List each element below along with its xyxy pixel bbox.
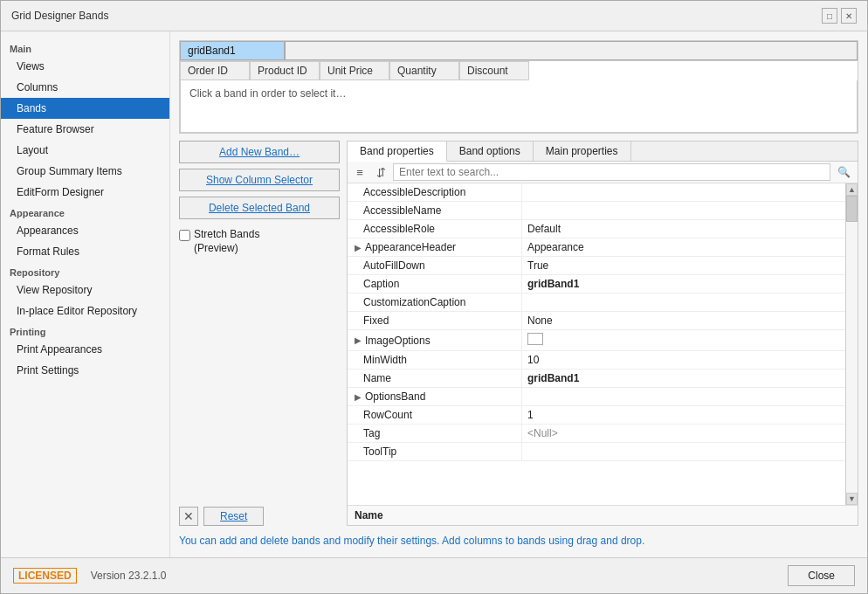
sidebar-item-print-settings[interactable]: Print Settings bbox=[1, 360, 169, 381]
prop-row[interactable]: ToolTip bbox=[348, 443, 845, 461]
scroll-down-button[interactable]: ▼ bbox=[846, 493, 858, 505]
scroll-thumb[interactable] bbox=[846, 196, 858, 222]
sidebar-section-repository: Repository bbox=[1, 262, 169, 280]
scroll-up-button[interactable]: ▲ bbox=[846, 183, 858, 196]
license-badge: LICENSED bbox=[13, 568, 77, 584]
stretch-bands-label: Stretch Bands(Preview) bbox=[194, 228, 259, 255]
prop-scrollbar: ▲ ▼ bbox=[845, 183, 858, 505]
expand-arrow-icon[interactable]: ▶ bbox=[355, 243, 362, 252]
prop-value-cell bbox=[522, 330, 845, 350]
prop-value-cell bbox=[522, 294, 845, 311]
expand-arrow-icon[interactable]: ▶ bbox=[355, 335, 362, 345]
title-bar: Grid Designer Bands □ ✕ bbox=[1, 1, 867, 31]
prop-footer: Name bbox=[348, 505, 858, 525]
maximize-button[interactable]: □ bbox=[822, 8, 837, 24]
reset-button[interactable]: Reset bbox=[203, 507, 264, 526]
sidebar-item-editform-designer[interactable]: EditForm Designer bbox=[1, 182, 169, 203]
sidebar: MainViewsColumnsBandsFeature BrowserLayo… bbox=[1, 31, 170, 557]
prop-name-text: AccessibleName bbox=[363, 204, 441, 217]
version-text: Version 23.2.1.0 bbox=[91, 570, 167, 582]
prop-value-cell bbox=[522, 183, 845, 201]
prop-toolbar: ≡ ⇵ 🔍 bbox=[348, 162, 858, 183]
main-content: MainViewsColumnsBandsFeature BrowserLayo… bbox=[1, 31, 867, 557]
prop-row[interactable]: NamegridBand1 bbox=[348, 370, 845, 388]
reset-x-button[interactable]: ✕ bbox=[179, 507, 198, 526]
prop-row[interactable]: AccessibleRoleDefault bbox=[348, 220, 845, 238]
sidebar-item-print-appearances[interactable]: Print Appearances bbox=[1, 339, 169, 360]
sidebar-item-inplace-editor-repository[interactable]: In-place Editor Repository bbox=[1, 300, 169, 321]
grid-header-cell: Discount bbox=[459, 61, 529, 80]
prop-row[interactable]: Tag<Null> bbox=[348, 425, 845, 443]
sidebar-item-view-repository[interactable]: View Repository bbox=[1, 280, 169, 300]
sidebar-section-appearance: Appearance bbox=[1, 203, 169, 220]
prop-row[interactable]: AutoFillDownTrue bbox=[348, 257, 845, 275]
lower-area: Add New Band… Show Column Selector Delet… bbox=[179, 141, 858, 526]
prop-row[interactable]: AccessibleDescription bbox=[348, 183, 845, 202]
prop-row[interactable]: ▶AppearanceHeaderAppearance bbox=[348, 238, 845, 257]
prop-table-wrap: AccessibleDescriptionAccessibleNameAcces… bbox=[348, 183, 858, 505]
sidebar-item-views[interactable]: Views bbox=[1, 56, 169, 77]
window-title: Grid Designer Bands bbox=[11, 10, 108, 22]
sidebar-item-layout[interactable]: Layout bbox=[1, 140, 169, 161]
prop-name-text: Caption bbox=[363, 278, 399, 290]
tab-main-properties[interactable]: Main properties bbox=[534, 142, 631, 161]
grid-click-hint: Click a band in order to select it… bbox=[180, 80, 858, 133]
expand-arrow-icon[interactable]: ▶ bbox=[355, 392, 362, 402]
sort-az-icon[interactable]: ⇵ bbox=[372, 163, 389, 181]
prop-name-cell: AccessibleRole bbox=[348, 220, 522, 238]
delete-selected-band-button[interactable]: Delete Selected Band bbox=[179, 197, 340, 219]
prop-name-cell: MinWidth bbox=[348, 351, 522, 369]
prop-row[interactable]: ▶OptionsBand bbox=[348, 388, 845, 406]
prop-table: AccessibleDescriptionAccessibleNameAcces… bbox=[348, 183, 845, 505]
grid-band-cell[interactable]: gridBand1 bbox=[180, 41, 285, 60]
prop-row[interactable]: FixedNone bbox=[348, 312, 845, 330]
prop-name-text: Name bbox=[363, 372, 391, 384]
prop-name-cell: CustomizationCaption bbox=[348, 294, 522, 311]
prop-name-cell: Fixed bbox=[348, 312, 522, 329]
prop-name-cell: AccessibleName bbox=[348, 202, 522, 219]
grid-header-cell: Unit Price bbox=[320, 61, 389, 80]
tab-band-properties[interactable]: Band properties bbox=[348, 142, 447, 162]
prop-search-input[interactable] bbox=[393, 163, 830, 181]
show-column-selector-button[interactable]: Show Column Selector bbox=[179, 169, 340, 191]
prop-name-text: AccessibleDescription bbox=[363, 186, 465, 198]
sidebar-item-feature-browser[interactable]: Feature Browser bbox=[1, 119, 169, 140]
tab-band-options[interactable]: Band options bbox=[447, 142, 534, 161]
prop-row[interactable]: MinWidth10 bbox=[348, 351, 845, 370]
stretch-bands-checkbox[interactable] bbox=[179, 230, 190, 241]
prop-value-cell: Appearance bbox=[522, 238, 845, 256]
prop-row[interactable]: AccessibleName bbox=[348, 202, 845, 220]
prop-value-cell: None bbox=[522, 312, 845, 329]
main-window: Grid Designer Bands □ ✕ MainViewsColumns… bbox=[0, 0, 868, 594]
prop-row[interactable]: ▶ImageOptions bbox=[348, 330, 845, 351]
grid-header-cell: Product ID bbox=[250, 61, 320, 80]
properties-panel: Band propertiesBand optionsMain properti… bbox=[347, 141, 858, 526]
sidebar-item-format-rules[interactable]: Format Rules bbox=[1, 241, 169, 262]
prop-value-cell bbox=[522, 202, 845, 219]
prop-value-cell: Default bbox=[522, 220, 845, 238]
prop-name-cell: Caption bbox=[348, 275, 522, 293]
sort-categorized-icon[interactable]: ≡ bbox=[351, 163, 369, 181]
sidebar-item-appearances[interactable]: Appearances bbox=[1, 220, 169, 241]
right-panel: gridBand1 Order IDProduct IDUnit PriceQu… bbox=[170, 31, 867, 557]
prop-name-cell: ▶ImageOptions bbox=[348, 330, 522, 350]
prop-row[interactable]: CustomizationCaption bbox=[348, 294, 845, 312]
prop-value-cell: gridBand1 bbox=[522, 370, 845, 387]
sidebar-item-bands[interactable]: Bands bbox=[1, 98, 169, 119]
sidebar-item-group-summary-items[interactable]: Group Summary Items bbox=[1, 161, 169, 182]
prop-row[interactable]: RowCount1 bbox=[348, 406, 845, 425]
prop-name-text: AutoFillDown bbox=[363, 259, 425, 272]
prop-row[interactable]: CaptiongridBand1 bbox=[348, 275, 845, 294]
search-icon: 🔍 bbox=[834, 166, 854, 178]
close-button[interactable]: ✕ bbox=[841, 8, 857, 24]
close-footer-button[interactable]: Close bbox=[788, 565, 855, 586]
prop-value-cell: 10 bbox=[522, 351, 845, 369]
prop-value-cell bbox=[522, 388, 845, 405]
sidebar-item-columns[interactable]: Columns bbox=[1, 77, 169, 98]
add-new-band-button[interactable]: Add New Band… bbox=[179, 141, 340, 163]
prop-value-cell: 1 bbox=[522, 406, 845, 424]
prop-name-text: MinWidth bbox=[363, 354, 407, 366]
stretch-bands-container: Stretch Bands(Preview) bbox=[179, 228, 340, 255]
prop-value-cell: <Null> bbox=[522, 425, 845, 442]
info-bar: You can add and delete bands and modify … bbox=[179, 533, 858, 549]
